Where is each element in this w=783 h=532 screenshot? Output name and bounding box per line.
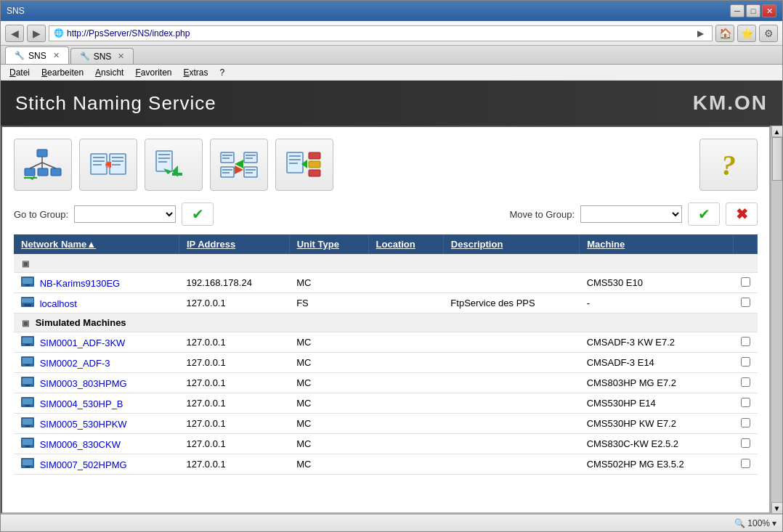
nav-bar: ◀ ▶ 🌐 http://PpsServer/SNS/index.php ▶ 🏠…: [1, 21, 782, 46]
cell-location-sim7: [368, 454, 443, 475]
col-description[interactable]: Description: [443, 234, 579, 254]
move-cancel-button[interactable]: ✖: [726, 202, 758, 226]
menu-help[interactable]: ?: [214, 66, 231, 79]
col-ip-address[interactable]: IP Address: [179, 234, 290, 254]
link-sim3[interactable]: SIM0003_803HPMG: [40, 378, 127, 389]
col-description-link[interactable]: Description: [451, 239, 503, 250]
back-button[interactable]: ◀: [5, 25, 24, 42]
menu-bearbeiten[interactable]: Bearbeiten: [36, 66, 89, 79]
checkbox-sim4[interactable]: [741, 398, 750, 407]
connect-button[interactable]: [210, 139, 268, 191]
table-row: NB-Karims9130EG 192.168.178.24 MC CMS530…: [14, 273, 758, 293]
go-button[interactable]: ▶: [693, 25, 707, 41]
tab-icon-1: 🔧: [15, 51, 25, 60]
link-localhost[interactable]: localhost: [40, 298, 77, 309]
zoom-dropdown-arrow[interactable]: ▾: [772, 518, 776, 528]
cell-network-sim2: SIM0002_ADF-3: [14, 353, 179, 373]
cell-network-name: NB-Karims9130EG: [14, 273, 179, 293]
row-icon-sim5: [21, 419, 37, 430]
cell-location-sim2: [368, 353, 443, 373]
cell-ip-sim5: 127.0.0.1: [179, 414, 290, 434]
cell-desc-sim7: [443, 454, 579, 475]
help-button[interactable]: ?: [699, 139, 758, 191]
scroll-down-button[interactable]: ▼: [771, 502, 783, 514]
scroll-track[interactable]: [771, 137, 783, 502]
table-row: localhost 127.0.0.1 FS FtpService des PP…: [14, 293, 758, 314]
upload-button[interactable]: [275, 139, 333, 191]
link-sim6[interactable]: SIM0006_830CKW: [40, 439, 121, 450]
cell-ip-sim1: 127.0.0.1: [179, 332, 290, 353]
settings-button[interactable]: ⚙: [759, 25, 778, 42]
col-checkbox: [734, 234, 758, 254]
menu-datei[interactable]: Datei: [4, 66, 36, 79]
title-bar: SNS ─ □ ✕: [1, 1, 782, 21]
toolbar-left: [14, 139, 333, 191]
link-nb-karims[interactable]: NB-Karims9130EG: [40, 278, 121, 289]
link-sim2[interactable]: SIM0002_ADF-3: [40, 358, 110, 369]
scroll-thumb[interactable]: [772, 137, 782, 181]
expand-icon-simulated[interactable]: ▣: [21, 319, 30, 328]
favorites-button[interactable]: ⭐: [737, 25, 756, 42]
move-to-group-dropdown[interactable]: [580, 205, 682, 223]
tab-sns-1[interactable]: 🔧 SNS ✕: [5, 46, 69, 64]
svg-rect-33: [246, 157, 253, 159]
home-button[interactable]: 🏠: [715, 25, 734, 42]
scroll-up-button[interactable]: ▲: [771, 126, 783, 137]
col-unit-type-link[interactable]: Unit Type: [297, 239, 339, 250]
checkbox-sim5[interactable]: [741, 418, 750, 427]
menu-favoriten[interactable]: Favoriten: [129, 66, 177, 79]
col-network-name-link[interactable]: Network Name▲: [21, 239, 96, 250]
export-button[interactable]: [145, 139, 203, 191]
col-unit-type[interactable]: Unit Type: [289, 234, 368, 254]
zoom-icon: 🔍: [734, 518, 745, 528]
goto-confirm-button[interactable]: ✔: [182, 202, 214, 226]
cell-location-nb: [368, 273, 443, 293]
group-row-root: ▣: [14, 254, 758, 273]
checkbox-sim3[interactable]: [741, 377, 750, 387]
tab-close-1[interactable]: ✕: [53, 51, 60, 60]
goto-group-label: Go to Group:: [14, 209, 68, 220]
table-row: SIM0006_830CKW 127.0.0.1 MC CMS830C-KW E…: [14, 434, 758, 454]
col-machine[interactable]: Machine: [580, 234, 734, 254]
col-location-link[interactable]: Location: [376, 239, 415, 250]
col-network-name[interactable]: Network Name▲: [14, 234, 179, 254]
menu-extras[interactable]: Extras: [178, 66, 214, 79]
checkbox-sim7[interactable]: [741, 459, 750, 468]
svg-rect-75: [23, 459, 33, 465]
goto-group-dropdown[interactable]: [74, 205, 176, 223]
row-icon-sim4: [21, 398, 37, 409]
close-button[interactable]: ✕: [762, 4, 776, 17]
svg-rect-57: [23, 337, 33, 343]
cell-type-sim2: MC: [289, 353, 368, 373]
maximize-button[interactable]: □: [746, 4, 760, 17]
network-view-button[interactable]: [14, 139, 72, 191]
import-button[interactable]: [79, 139, 137, 191]
col-ip-address-link[interactable]: IP Address: [187, 239, 235, 250]
menu-ansicht[interactable]: Ansicht: [89, 66, 129, 79]
checkbox-sim1[interactable]: [741, 337, 750, 346]
page-content: Stitch Naming Service KM.ON: [1, 81, 782, 531]
link-sim4[interactable]: SIM0004_530HP_B: [40, 398, 123, 409]
tab-close-2[interactable]: ✕: [118, 52, 124, 61]
forward-button[interactable]: ▶: [27, 25, 46, 42]
move-confirm-button[interactable]: ✔: [688, 202, 720, 226]
row-icon-sim7: [21, 459, 37, 470]
checkbox-sim6[interactable]: [741, 438, 750, 448]
link-sim5[interactable]: SIM0005_530HPKW: [40, 419, 127, 430]
col-machine-link[interactable]: Machine: [587, 239, 625, 250]
svg-rect-66: [23, 398, 33, 404]
cell-desc-sim6: [443, 434, 579, 454]
link-sim1[interactable]: SIM0001_ADF-3KW: [40, 337, 126, 348]
col-location[interactable]: Location: [368, 234, 443, 254]
svg-rect-2: [38, 168, 48, 176]
expand-icon-root[interactable]: ▣: [21, 259, 30, 269]
cell-network-sim7: SIM0007_502HPMG: [14, 454, 179, 475]
checkbox-nb[interactable]: [741, 277, 750, 287]
tab-label-2: SNS: [94, 52, 112, 62]
tab-sns-2[interactable]: 🔧 SNS ✕: [70, 48, 134, 64]
checkbox-sim2[interactable]: [741, 357, 750, 367]
cell-type-sim5: MC: [289, 414, 368, 434]
minimize-button[interactable]: ─: [730, 4, 745, 17]
checkbox-local[interactable]: [741, 298, 750, 307]
link-sim7[interactable]: SIM0007_502HPMG: [40, 459, 127, 470]
